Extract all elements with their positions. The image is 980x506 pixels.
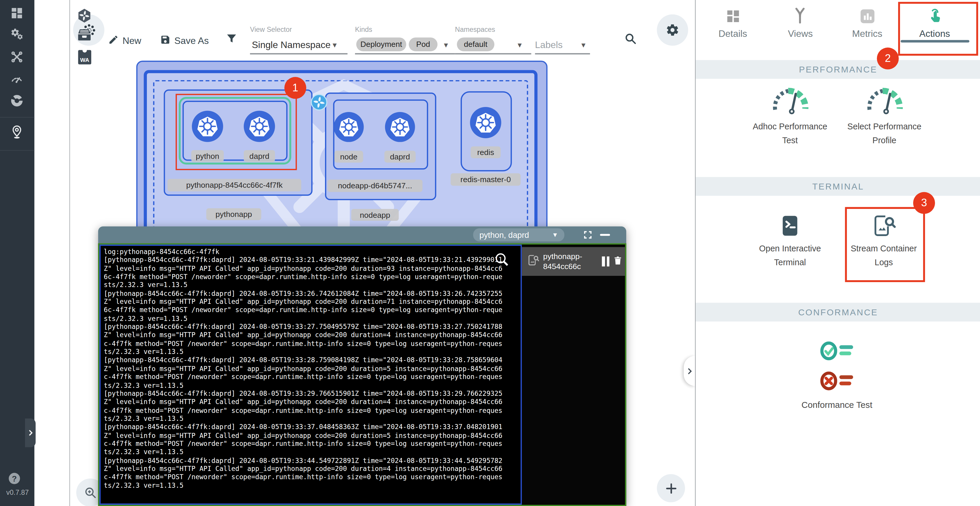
terminal-body: log:pythonapp-8454cc66c-4f7fk [pythonapp… <box>98 243 626 506</box>
chevron-down-icon[interactable]: ▼ <box>331 41 338 49</box>
dapr-badge-icon <box>310 94 327 110</box>
annotation-rect-actions-tab <box>898 2 978 56</box>
view-selector-label: View Selector <box>250 26 292 33</box>
annotation-badge-1: 1 <box>284 77 306 99</box>
stream-item-label: pythonapp-8454cc66c <box>543 251 601 271</box>
gauge-icon <box>861 83 908 118</box>
container-label: redis <box>471 147 501 158</box>
chevron-down-icon[interactable]: ▼ <box>516 41 523 49</box>
app-window: ? v0.7.87 WA New Save As View Selector <box>0 0 980 506</box>
annotation-badge-2: 2 <box>877 48 899 69</box>
kind-chip-deployment[interactable]: Deployment <box>356 37 406 51</box>
app-strip: WA <box>35 0 70 506</box>
pause-icon[interactable] <box>602 256 609 267</box>
adhoc-performance-test-action[interactable]: Adhoc Performance Test <box>740 120 840 148</box>
save-as-button[interactable]: Save As <box>174 35 209 46</box>
performance-section-header: PERFORMANCE <box>696 60 980 79</box>
add-button[interactable] <box>657 474 685 503</box>
settings-gears-icon[interactable] <box>10 27 24 41</box>
mesh-segments-icon[interactable] <box>10 94 24 108</box>
labels-select[interactable]: Labels <box>535 40 563 50</box>
filter-funnel-icon[interactable] <box>226 32 237 44</box>
annotation-badge-3: 3 <box>913 192 935 214</box>
deployment-label: pythonapp <box>206 208 261 220</box>
conformance-section-header: CONFORMANCE <box>696 303 980 321</box>
tab-views[interactable]: Views <box>767 28 834 39</box>
webassembly-icon[interactable]: WA <box>78 50 91 65</box>
left-rail: ? v0.7.87 <box>0 0 35 506</box>
details-tab-icon <box>724 7 742 25</box>
container-selector-dropdown[interactable]: python, daprd ▼ <box>473 228 564 242</box>
pod-label: nodeapp-d64b5747... <box>328 179 423 192</box>
container-icon-node[interactable] <box>334 112 364 142</box>
log-streams-panel: pythonapp-8454cc66c <box>522 244 625 505</box>
pod-label: pythonapp-8454cc66c-4f7fk <box>167 179 301 191</box>
save-icon <box>160 35 171 45</box>
container-selector-value: python, daprd <box>479 230 529 239</box>
panel-collapse-handle[interactable] <box>684 356 695 386</box>
log-stream-item[interactable]: pythonapp-8454cc66c <box>522 247 625 276</box>
terminal-header[interactable]: python, daprd ▼ <box>98 226 626 243</box>
annotation-rect-stream-logs <box>845 207 925 283</box>
dashboard-icon[interactable] <box>10 6 24 20</box>
container-label: node <box>334 151 363 162</box>
annotation-rect-pod <box>176 94 297 170</box>
log-output-panel[interactable]: log:pythonapp-8454cc66c-4f7fk [pythonapp… <box>100 244 522 505</box>
trash-icon[interactable] <box>612 254 623 269</box>
minimize-icon[interactable] <box>600 234 610 236</box>
dapr-logo-icon[interactable] <box>77 8 92 23</box>
help-icon[interactable]: ? <box>9 473 20 484</box>
performance-gauge-icon[interactable] <box>10 72 24 86</box>
namespaces-label: Namespaces <box>455 26 495 33</box>
toolbar: New Save As View Selector Single Namespa… <box>70 0 695 61</box>
select-performance-profile-action[interactable]: Select Performance Profile <box>834 120 934 148</box>
stream-logs-icon <box>527 254 539 269</box>
conformance-pass-icon <box>816 337 858 366</box>
tab-details[interactable]: Details <box>700 28 766 39</box>
kind-chip-pod[interactable]: Pod <box>409 37 438 51</box>
container-icon-redis[interactable] <box>470 107 501 138</box>
tools-icon[interactable] <box>10 50 24 64</box>
version-label: v0.7.87 <box>6 488 29 496</box>
conformance-fail-icon <box>816 367 858 396</box>
pod-label: redis-master-0 <box>451 173 521 186</box>
gauge-icon <box>766 83 814 118</box>
tab-metrics[interactable]: Metrics <box>834 28 900 39</box>
deployment-label: nodeapp <box>351 209 399 221</box>
kinds-label: Kinds <box>355 26 372 33</box>
terminal-section-header: TERMINAL <box>696 177 980 196</box>
conformance-test-action[interactable]: Conformance Test <box>787 398 887 412</box>
view-selector-select[interactable]: Single Namespace <box>252 40 331 50</box>
search-icon[interactable] <box>624 32 637 45</box>
log-text: log:pythonapp-8454cc66c-4f7fk [pythonapp… <box>101 246 521 490</box>
location-pin-icon[interactable] <box>10 124 23 137</box>
interactive-terminal-icon <box>778 213 802 239</box>
right-panel: Details Views Metrics Actions PERFORMANC… <box>695 0 980 506</box>
chevron-down-icon[interactable]: ▼ <box>442 41 449 49</box>
metrics-tab-icon <box>859 7 876 25</box>
log-terminal-window: python, daprd ▼ log:pythonapp-8454cc66c-… <box>98 226 626 506</box>
new-button[interactable]: New <box>123 35 141 46</box>
views-tab-icon <box>791 6 809 25</box>
open-interactive-terminal-action[interactable]: Open Interactive Terminal <box>740 242 840 269</box>
container-label: daprd <box>385 151 416 162</box>
chevron-down-icon: ▼ <box>552 231 558 238</box>
namespace-chip-default[interactable]: default <box>457 37 494 51</box>
log-search-icon[interactable] <box>494 252 509 269</box>
settings-button[interactable] <box>657 14 688 46</box>
rail-expand-handle[interactable] <box>25 418 36 447</box>
archive-icon[interactable] <box>78 29 91 41</box>
container-icon-daprd[interactable] <box>385 112 415 142</box>
fullscreen-icon[interactable] <box>583 230 593 242</box>
chevron-down-icon[interactable]: ▼ <box>580 41 587 49</box>
pencil-icon <box>108 35 119 45</box>
